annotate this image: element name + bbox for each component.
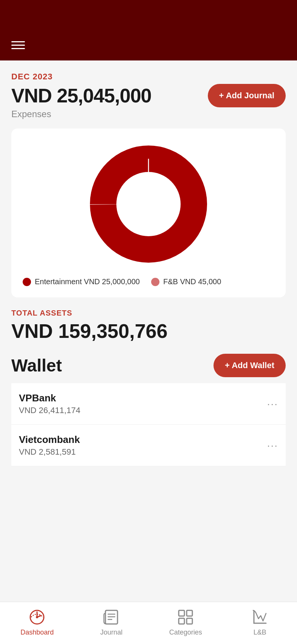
add-journal-button[interactable]: + Add Journal (208, 84, 286, 107)
wallet-item-vpbank: VPBank VND 26,411,174 ··· (11, 383, 286, 425)
menu-button[interactable] (11, 41, 25, 49)
categories-icon (176, 608, 195, 626)
nav-label-dashboard: Dashboard (20, 629, 54, 636)
wallet-header: Wallet + Add Wallet (11, 354, 286, 377)
lb-icon (251, 608, 269, 626)
svg-point-2 (120, 176, 177, 232)
donut-chart (23, 140, 274, 268)
dashboard-icon (28, 608, 46, 626)
app-header (0, 0, 297, 60)
svg-point-5 (36, 616, 38, 618)
wallet-more-vietcombank[interactable]: ··· (267, 440, 278, 452)
month-label: DEC 2023 (11, 72, 286, 82)
bottom-nav: Dashboard Journal Categories L&B (0, 602, 297, 644)
nav-item-dashboard[interactable]: Dashboard (14, 608, 60, 636)
total-assets-label: TOTAL ASSETS (11, 309, 286, 317)
add-wallet-button[interactable]: + Add Wallet (213, 354, 286, 377)
legend-dot-fb (151, 278, 159, 286)
main-content: DEC 2023 VND 25,045,000 + Add Journal Ex… (0, 60, 297, 512)
nav-label-categories: Categories (169, 629, 202, 636)
expense-amount: VND 25,045,000 (11, 84, 152, 107)
svg-rect-8 (187, 610, 192, 616)
nav-item-journal[interactable]: Journal (89, 608, 134, 636)
legend-dot-entertainment (23, 278, 31, 286)
nav-item-lb[interactable]: L&B (237, 608, 283, 636)
nav-item-categories[interactable]: Categories (163, 608, 208, 636)
svg-rect-9 (179, 618, 184, 624)
chart-legend: Entertainment VND 25,000,000 F&B VND 45,… (23, 277, 274, 286)
amount-row: VND 25,045,000 + Add Journal (11, 84, 286, 107)
legend-item-fb: F&B VND 45,000 (151, 277, 221, 286)
wallet-more-vpbank[interactable]: ··· (267, 398, 278, 410)
total-assets-section: TOTAL ASSETS VND 159,350,766 (11, 309, 286, 342)
journal-icon (102, 608, 121, 626)
nav-label-lb: L&B (254, 629, 266, 636)
legend-item-entertainment: Entertainment VND 25,000,000 (23, 277, 140, 286)
wallet-balance-vpbank: VND 26,411,174 (19, 406, 80, 415)
wallet-item-vietcombank: Vietcombank VND 2,581,591 ··· (11, 425, 286, 466)
wallet-balance-vietcombank: VND 2,581,591 (19, 447, 80, 457)
svg-rect-10 (187, 618, 192, 624)
total-assets-value: VND 159,350,766 (11, 320, 286, 342)
wallet-name-vpbank: VPBank (19, 392, 80, 404)
svg-rect-7 (179, 610, 184, 616)
expense-label: Expenses (11, 109, 286, 119)
wallet-title: Wallet (11, 355, 62, 376)
chart-card: Entertainment VND 25,000,000 F&B VND 45,… (11, 128, 286, 297)
nav-label-journal: Journal (100, 629, 122, 636)
wallet-name-vietcombank: Vietcombank (19, 434, 80, 446)
legend-label-entertainment: Entertainment VND 25,000,000 (35, 277, 140, 286)
legend-label-fb: F&B VND 45,000 (163, 277, 221, 286)
